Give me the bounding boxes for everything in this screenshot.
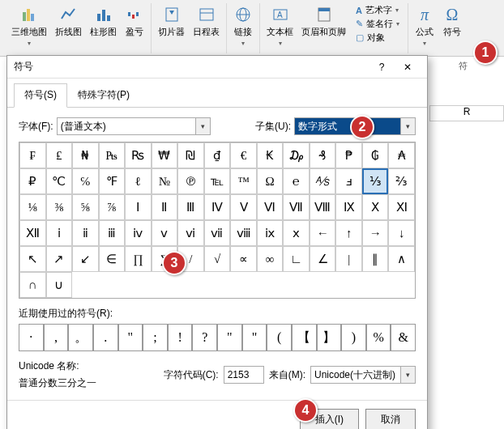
symbol-cell[interactable]: ⅍ xyxy=(310,168,336,194)
textbox-button[interactable]: A 文本框 ▾ xyxy=(265,3,295,49)
header-footer-button[interactable]: 页眉和页脚 xyxy=(300,3,348,49)
timeline-button[interactable]: 日程表 xyxy=(191,3,221,40)
column-chart-button[interactable]: 柱形图 xyxy=(88,3,118,49)
symbol-cell[interactable]: Ⅸ xyxy=(335,194,362,220)
symbol-cell[interactable]: ₧ xyxy=(99,142,126,168)
symbol-cell[interactable]: ⅎ xyxy=(335,168,362,194)
cancel-button[interactable]: 取消 xyxy=(365,409,416,429)
symbol-cell[interactable]: ⅹ xyxy=(283,220,310,246)
symbol-cell[interactable]: ℮ xyxy=(283,168,310,194)
symbol-cell[interactable]: ₭ xyxy=(257,142,284,168)
symbol-cell[interactable]: Ω xyxy=(257,168,284,194)
symbol-cell[interactable]: Ⅱ xyxy=(152,194,178,220)
recent-symbol-cell[interactable]: 。 xyxy=(68,324,93,351)
symbol-cell[interactable]: ₣ xyxy=(19,142,46,168)
symbol-cell[interactable]: ⅝ xyxy=(72,194,99,220)
symbol-cell[interactable]: ₱ xyxy=(335,142,362,168)
recent-symbol-cell[interactable]: " xyxy=(217,324,242,351)
symbol-cell[interactable]: √ xyxy=(204,246,231,272)
recent-symbol-cell[interactable]: % xyxy=(366,324,391,351)
slicer-button[interactable]: 切片器 xyxy=(156,3,186,40)
symbol-cell[interactable]: Ⅰ xyxy=(125,194,152,220)
symbol-cell[interactable]: ⅱ xyxy=(72,220,99,246)
symbol-cell[interactable]: ℓ xyxy=(125,168,152,194)
recent-symbol-cell[interactable]: " xyxy=(118,324,143,351)
symbol-cell[interactable]: ℃ xyxy=(46,168,73,194)
symbol-cell[interactable]: Ⅷ xyxy=(310,194,336,220)
column-header-r[interactable]: R xyxy=(429,105,504,121)
symbol-cell[interactable]: ℉ xyxy=(99,168,126,194)
symbol-cell[interactable]: ↓ xyxy=(388,220,415,246)
symbol-cell[interactable]: ₲ xyxy=(362,142,389,168)
symbol-cell[interactable]: ⅵ xyxy=(177,220,204,246)
recent-symbol-cell[interactable]: ) xyxy=(341,324,366,351)
symbol-cell[interactable]: ∏ xyxy=(125,246,152,272)
font-dropdown[interactable]: (普通文本) ▾ xyxy=(57,117,211,135)
symbol-cell[interactable]: ⅲ xyxy=(99,220,126,246)
symbol-cell[interactable]: ⅸ xyxy=(257,220,284,246)
line-chart-button[interactable]: 折线图 xyxy=(53,3,83,49)
recent-symbol-cell[interactable]: ? xyxy=(192,324,217,351)
symbol-cell[interactable]: ⅷ xyxy=(230,220,257,246)
symbol-cell[interactable]: Ⅺ xyxy=(388,194,415,220)
symbol-cell[interactable]: ⅰ xyxy=(46,220,73,246)
equation-button[interactable]: π 公式 ▾ xyxy=(413,3,436,49)
symbol-cell[interactable]: ⅞ xyxy=(99,194,126,220)
symbol-cell[interactable]: Ⅶ xyxy=(283,194,310,220)
symbol-cell[interactable]: ₨ xyxy=(125,142,152,168)
tab-special[interactable]: 特殊字符(P) xyxy=(67,83,140,107)
symbol-cell[interactable]: ™ xyxy=(230,168,257,194)
recent-symbol-cell[interactable]: . xyxy=(93,324,118,351)
symbol-cell[interactable]: ⅓ xyxy=(362,168,389,194)
recent-symbol-cell[interactable]: ( xyxy=(267,324,292,351)
symbol-cell[interactable]: ↙ xyxy=(72,246,99,272)
symbol-cell[interactable]: ₩ xyxy=(152,142,178,168)
symbol-cell[interactable]: Ⅲ xyxy=(177,194,204,220)
winloss-button[interactable]: 盈亏 xyxy=(123,3,146,49)
symbol-cell[interactable]: ℡ xyxy=(204,168,231,194)
symbol-cell[interactable]: Ⅴ xyxy=(230,194,257,220)
symbol-cell[interactable]: Ⅳ xyxy=(204,194,231,220)
3d-map-button[interactable]: 三维地图 ▾ xyxy=(10,3,49,49)
symbol-cell[interactable]: ∧ xyxy=(388,246,415,272)
symbol-cell[interactable]: Ⅵ xyxy=(257,194,284,220)
symbol-cell[interactable]: ∟ xyxy=(283,246,310,272)
symbol-cell[interactable]: ₯ xyxy=(283,142,310,168)
object-button[interactable]: ▢对象 xyxy=(352,31,403,45)
symbol-cell[interactable]: ₤ xyxy=(46,142,73,168)
recent-symbol-cell[interactable]: 【 xyxy=(292,324,317,351)
symbol-cell[interactable]: ₳ xyxy=(388,142,415,168)
symbol-cell[interactable]: € xyxy=(230,142,257,168)
symbol-cell[interactable]: ₽ xyxy=(19,168,46,194)
recent-symbol-cell[interactable]: , xyxy=(44,324,69,351)
symbol-cell[interactable]: Ⅻ xyxy=(19,220,46,246)
symbol-cell[interactable]: ∩ xyxy=(19,272,46,298)
char-code-input[interactable] xyxy=(224,366,264,384)
symbol-cell[interactable]: ← xyxy=(310,220,336,246)
symbol-cell[interactable]: ₦ xyxy=(72,142,99,168)
symbol-cell[interactable]: ⅴ xyxy=(152,220,178,246)
symbol-cell[interactable]: ₪ xyxy=(177,142,204,168)
symbol-cell[interactable]: ↗ xyxy=(46,246,73,272)
recent-symbol-cell[interactable]: 】 xyxy=(317,324,342,351)
symbol-cell[interactable]: ⅶ xyxy=(204,220,231,246)
symbol-cell[interactable]: ↑ xyxy=(335,220,362,246)
symbol-cell[interactable]: ⅳ xyxy=(125,220,152,246)
symbol-cell[interactable]: Ⅹ xyxy=(362,194,389,220)
tab-symbols[interactable]: 符号(S) xyxy=(14,83,67,108)
recent-symbol-cell[interactable]: & xyxy=(391,324,416,351)
signature-button[interactable]: ✎签名行▾ xyxy=(352,17,403,31)
symbol-cell[interactable]: ∞ xyxy=(257,246,284,272)
recent-symbol-cell[interactable]: · xyxy=(19,324,44,351)
symbol-cell[interactable]: ∥ xyxy=(362,246,389,272)
symbol-cell[interactable]: ↖ xyxy=(19,246,46,272)
symbol-cell[interactable]: ∪ xyxy=(46,272,73,298)
symbol-cell[interactable]: ⅜ xyxy=(46,194,73,220)
symbol-cell[interactable]: ∝ xyxy=(230,246,257,272)
symbol-cell[interactable]: ⅛ xyxy=(19,194,46,220)
help-button[interactable]: ? xyxy=(369,57,395,77)
symbol-cell[interactable]: ⅔ xyxy=(388,168,415,194)
recent-symbol-cell[interactable]: " xyxy=(242,324,267,351)
symbol-cell[interactable]: ∈ xyxy=(99,246,126,272)
symbol-button[interactable]: Ω 符号 xyxy=(441,3,463,49)
